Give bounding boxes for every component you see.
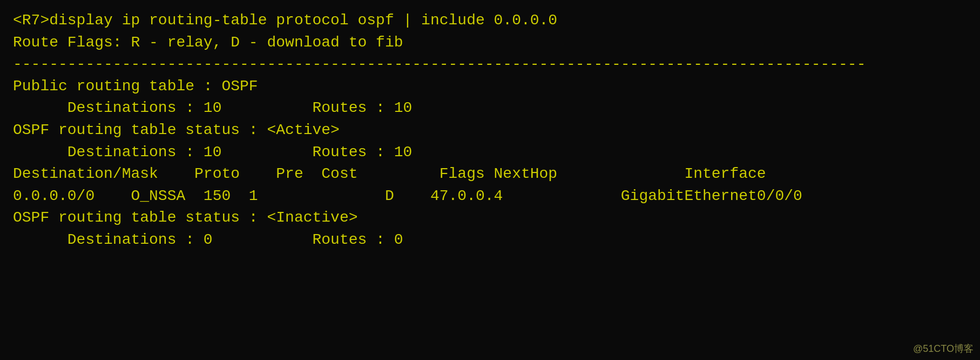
- terminal-line-public-dest: Destinations : 10 Routes : 10: [13, 97, 967, 119]
- terminal-line-cmd: <R7>display ip routing-table protocol os…: [13, 10, 967, 32]
- terminal-line-ospf-active-header: OSPF routing table status : <Active>: [13, 119, 967, 142]
- terminal-line-route-entry: 0.0.0.0/0 O_NSSA 150 1 D 47.0.0.4 Gigabi…: [13, 185, 967, 208]
- terminal-line-column-header: Destination/Mask Proto Pre Cost Flags Ne…: [13, 163, 967, 185]
- terminal-line-separator: ----------------------------------------…: [13, 54, 967, 76]
- terminal-line-ospf-inactive-header: OSPF routing table status : <Inactive>: [13, 207, 967, 229]
- watermark-label: @51CTO博客: [913, 342, 974, 356]
- terminal-line-ospf-active-dest: Destinations : 10 Routes : 10: [13, 142, 967, 164]
- terminal-line-route-flags: Route Flags: R - relay, D - download to …: [13, 32, 967, 54]
- terminal-output: <R7>display ip routing-table protocol os…: [13, 10, 967, 251]
- terminal-line-public-table: Public routing table : OSPF: [13, 76, 967, 98]
- terminal-line-ospf-inactive-dest: Destinations : 0 Routes : 0: [13, 229, 967, 251]
